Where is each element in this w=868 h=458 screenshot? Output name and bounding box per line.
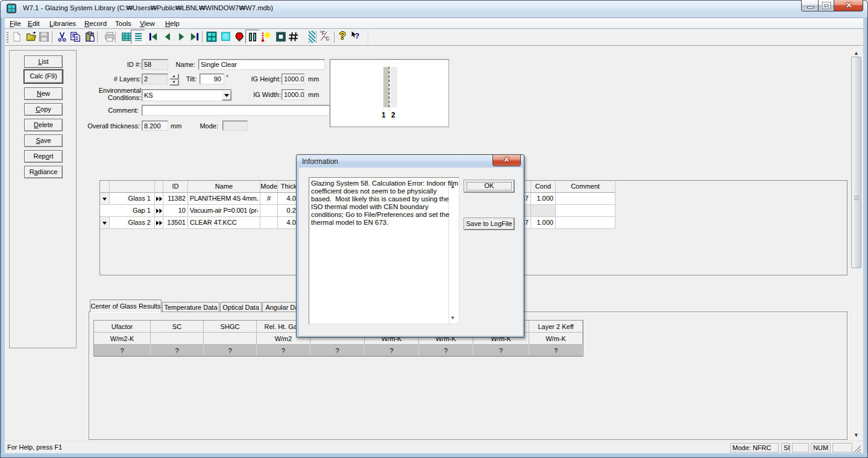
svg-text:°C: °C <box>324 36 329 42</box>
svg-text:?: ? <box>355 31 360 40</box>
